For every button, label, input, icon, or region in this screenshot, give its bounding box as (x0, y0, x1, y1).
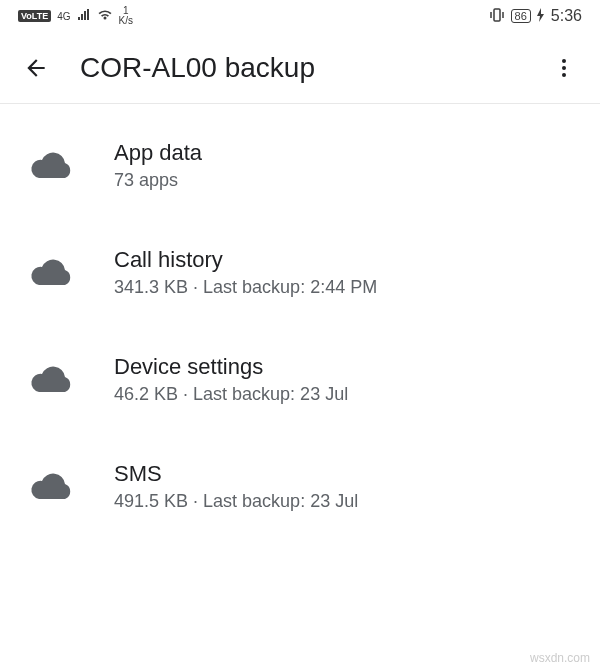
svg-rect-0 (494, 9, 500, 21)
item-text: SMS 491.5 KB · Last backup: 23 Jul (114, 461, 570, 512)
item-subtitle: 491.5 KB · Last backup: 23 Jul (114, 491, 570, 512)
overflow-menu-button[interactable] (550, 54, 578, 82)
item-title: SMS (114, 461, 570, 487)
item-title: App data (114, 140, 570, 166)
item-subtitle: 341.3 KB · Last backup: 2:44 PM (114, 277, 570, 298)
watermark: wsxdn.com (530, 651, 590, 665)
svg-point-3 (562, 73, 566, 77)
svg-point-1 (562, 59, 566, 63)
network-speed: 1 K/s (119, 6, 133, 26)
status-left: VoLTE 4G 1 K/s (18, 6, 133, 26)
item-text: Call history 341.3 KB · Last backup: 2:4… (114, 247, 570, 298)
signal-icon (77, 8, 91, 24)
cloud-icon (30, 365, 74, 395)
item-title: Call history (114, 247, 570, 273)
svg-point-2 (562, 66, 566, 70)
item-text: App data 73 apps (114, 140, 570, 191)
page-title: COR-AL00 backup (80, 52, 520, 84)
status-bar: VoLTE 4G 1 K/s 86 5:36 (0, 0, 600, 32)
list-item-sms[interactable]: SMS 491.5 KB · Last backup: 23 Jul (0, 433, 600, 540)
back-button[interactable] (22, 54, 50, 82)
volte-badge: VoLTE (18, 10, 51, 22)
wifi-icon (97, 8, 113, 24)
item-text: Device settings 46.2 KB · Last backup: 2… (114, 354, 570, 405)
app-bar: COR-AL00 backup (0, 32, 600, 104)
list-item-device-settings[interactable]: Device settings 46.2 KB · Last backup: 2… (0, 326, 600, 433)
cloud-icon (30, 258, 74, 288)
charging-icon (537, 8, 545, 25)
battery-indicator: 86 (511, 9, 531, 23)
more-vert-icon (552, 56, 576, 80)
network-type: 4G (57, 11, 70, 22)
status-right: 86 5:36 (489, 7, 582, 25)
item-subtitle: 46.2 KB · Last backup: 23 Jul (114, 384, 570, 405)
vibrate-icon (489, 8, 505, 25)
item-subtitle: 73 apps (114, 170, 570, 191)
list-item-app-data[interactable]: App data 73 apps (0, 112, 600, 219)
arrow-back-icon (23, 55, 49, 81)
clock-time: 5:36 (551, 7, 582, 25)
cloud-icon (30, 151, 74, 181)
backup-list: App data 73 apps Call history 341.3 KB ·… (0, 104, 600, 540)
cloud-icon (30, 472, 74, 502)
item-title: Device settings (114, 354, 570, 380)
list-item-call-history[interactable]: Call history 341.3 KB · Last backup: 2:4… (0, 219, 600, 326)
